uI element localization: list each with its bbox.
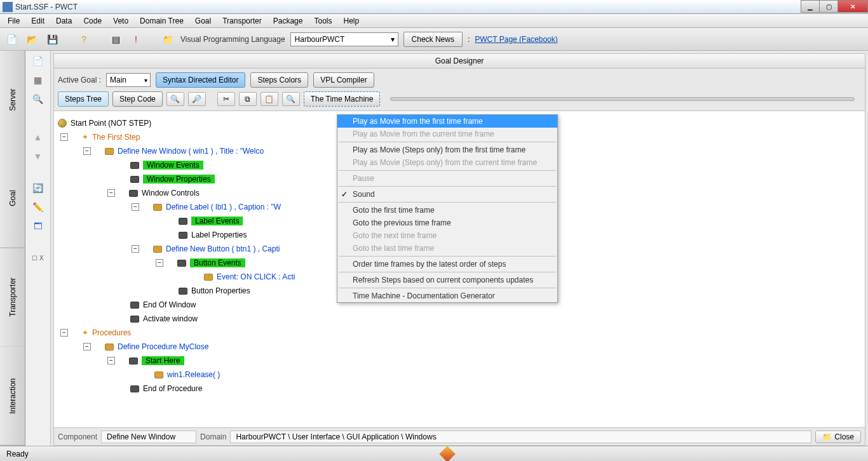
time-machine-menu: Play as Movie from the first time frameP… [337, 114, 558, 303]
menu-item[interactable]: Play as Movie (Steps only) from the firs… [337, 144, 557, 156]
component-label: Component [58, 432, 97, 441]
up-icon[interactable]: ▲ [32, 131, 44, 144]
menu-transporter[interactable]: Transporter [217, 15, 267, 27]
menu-veto[interactable]: Veto [108, 15, 133, 27]
menu-edit[interactable]: Edit [26, 15, 50, 27]
time-slider[interactable] [390, 97, 855, 101]
step-icon [105, 148, 114, 155]
menu-help[interactable]: Help [338, 15, 364, 27]
expander-icon[interactable]: − [60, 329, 68, 337]
menu-item[interactable]: Refresh Steps based on current component… [337, 274, 557, 286]
menubar: File Edit Data Code Veto Domain Tree Goa… [0, 14, 868, 28]
active-goal-label: Active Goal : [58, 76, 101, 84]
steps-colors-button[interactable]: Steps Colors [250, 72, 308, 88]
help-icon[interactable]: ? [76, 32, 92, 47]
menu-code[interactable]: Code [78, 15, 107, 27]
menu-item[interactable]: Goto the first time frame [337, 204, 557, 217]
check-news-button[interactable]: Check News [403, 32, 463, 47]
menu-item[interactable]: Order time frames by the latest order of… [337, 258, 557, 271]
zoom-out-icon[interactable]: 🔎 [188, 92, 206, 106]
time-machine-button[interactable]: The Time Machine [304, 91, 381, 107]
copy-icon[interactable]: ⧉ [239, 92, 257, 106]
page-icon[interactable]: 📄 [32, 55, 44, 67]
tree-node-activate-window[interactable]: Activate window [58, 312, 861, 326]
paste-icon[interactable]: 📋 [261, 92, 278, 106]
new-icon[interactable]: 📄 [4, 32, 19, 47]
menu-tools[interactable]: Tools [309, 15, 337, 27]
find-icon[interactable]: 🔍 [282, 92, 300, 106]
designer-row-1: Active Goal : Main Syntax Directed Edito… [54, 69, 865, 91]
step-icon [130, 302, 139, 309]
step-icon [153, 246, 162, 253]
tree-node-end-proc[interactable]: End of Procedure [58, 382, 861, 396]
tree-node-procedures[interactable]: −✦Procedures [58, 326, 861, 340]
step-icon [129, 190, 138, 197]
expander-icon[interactable]: − [107, 189, 115, 197]
folder-icon[interactable]: 📁 [160, 32, 175, 47]
vpl-compiler-button[interactable]: VPL Compiler [313, 72, 374, 88]
grid-icon[interactable]: ▦ [32, 74, 44, 86]
menu-domain-tree[interactable]: Domain Tree [135, 15, 189, 27]
menu-separator [339, 288, 556, 288]
menu-package[interactable]: Package [268, 15, 308, 27]
app-icon [3, 2, 13, 12]
maximize-button[interactable] [819, 0, 838, 13]
expander-icon[interactable]: − [107, 357, 115, 364]
menu-file[interactable]: File [3, 15, 25, 27]
open-icon[interactable]: 📂 [24, 32, 39, 47]
cut-icon[interactable]: ✂ [217, 92, 235, 106]
menu-item: Goto the next time frame [337, 229, 557, 242]
menu-item[interactable]: Sound [337, 188, 557, 201]
expander-icon[interactable]: − [83, 147, 91, 155]
domain-label: Domain [200, 432, 226, 441]
designer-title: Goal Designer [53, 53, 865, 68]
step-icon [179, 288, 187, 295]
edit-icon[interactable]: ✏️ [32, 201, 44, 213]
syntax-editor-button[interactable]: Syntax Directed Editor [156, 72, 245, 88]
menu-goal[interactable]: Goal [190, 15, 216, 27]
alert-icon[interactable]: ! [128, 32, 144, 47]
menu-item[interactable]: Time Machine - Documentation Generator [337, 290, 557, 302]
expander-icon[interactable]: − [156, 259, 163, 267]
expander-icon[interactable]: − [60, 133, 68, 141]
sidetab-transporter[interactable]: Transporter [0, 248, 25, 347]
sidetab-interaction[interactable]: Interaction [0, 347, 25, 446]
tree-node-win-release[interactable]: win1.Release( ) [58, 368, 861, 382]
menu-data[interactable]: Data [51, 15, 77, 27]
globe-icon [58, 119, 67, 128]
menu-separator [339, 256, 556, 257]
expander-icon[interactable]: − [83, 343, 91, 351]
titlebar: Start.SSF - PWCT [0, 0, 868, 14]
menu-item: Goto the last time frame [337, 242, 557, 255]
step-code-button[interactable]: Step Code [112, 91, 163, 107]
refresh-icon[interactable]: 🔄 [32, 182, 44, 194]
step-icon [129, 357, 138, 364]
menu-separator [339, 170, 556, 171]
form-icon[interactable]: ▤ [108, 32, 123, 47]
expander-icon[interactable]: − [132, 203, 139, 211]
menu-separator [339, 142, 556, 142]
close-designer-button[interactable]: 📁Close [815, 431, 861, 443]
expander-icon[interactable]: − [132, 245, 139, 253]
tree-node-start-here[interactable]: −Start Here [58, 354, 861, 368]
component-value: Define New Window [101, 431, 196, 443]
menu-item: Pause [337, 172, 557, 185]
pwct-page-link[interactable]: PWCT Page (Facebook) [475, 35, 558, 44]
save-icon[interactable]: 💾 [44, 32, 60, 47]
zoom-in-icon[interactable]: 🔍 [166, 92, 184, 106]
steps-tree-button[interactable]: Steps Tree [58, 91, 109, 107]
vpl-select[interactable]: HarbourPWCT [290, 32, 398, 46]
search-icon[interactable]: 🔍 [32, 93, 44, 105]
menu-item: Play as Movie from the current time fram… [337, 128, 557, 140]
sidetab-goal[interactable]: Goal [0, 149, 25, 248]
close-button[interactable] [837, 0, 868, 13]
active-goal-select[interactable]: Main [106, 73, 151, 87]
x-icon[interactable]: ☐ X [32, 251, 44, 264]
down-icon[interactable]: ▼ [32, 150, 44, 163]
tree-node-define-proc[interactable]: −Define Procedure MyClose [58, 340, 861, 354]
menu-item[interactable]: Goto the previous time frame [337, 217, 557, 229]
window-icon[interactable]: 🗔 [32, 220, 44, 232]
sidetab-server[interactable]: Server [0, 51, 25, 149]
menu-item[interactable]: Play as Movie from the first time frame [337, 115, 557, 128]
minimize-button[interactable] [801, 0, 820, 13]
